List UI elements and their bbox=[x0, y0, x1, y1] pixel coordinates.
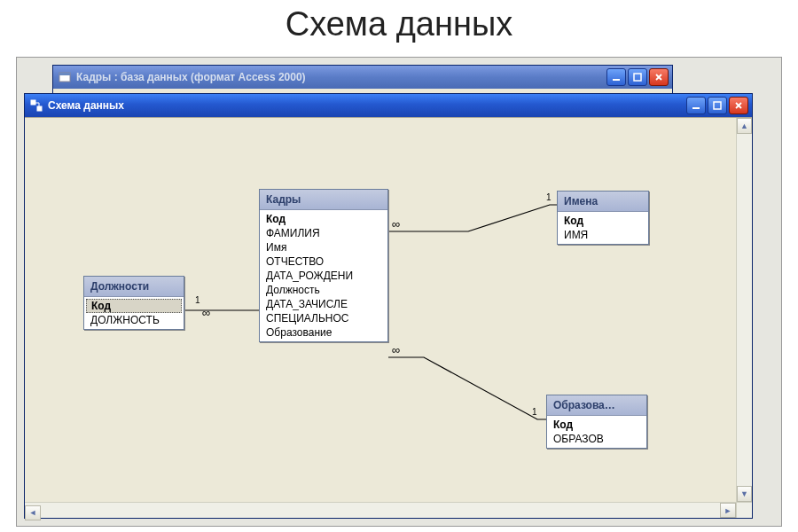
cardinality-label: 1 bbox=[546, 192, 552, 202]
table-fields: Код ОБРАЗОВ bbox=[547, 416, 646, 448]
titlebar-schema-text: Схема данных bbox=[48, 99, 686, 112]
svg-rect-3 bbox=[634, 74, 641, 81]
field[interactable]: СПЕЦИАЛЬНОС bbox=[260, 311, 387, 325]
field-pk[interactable]: Код bbox=[558, 214, 648, 228]
svg-rect-7 bbox=[714, 102, 721, 109]
field[interactable]: ДОЛЖНОСТЬ bbox=[84, 313, 184, 327]
svg-rect-6 bbox=[692, 107, 700, 109]
field[interactable]: Образование bbox=[260, 325, 387, 340]
field[interactable]: ИМЯ bbox=[558, 228, 648, 242]
cardinality-label: 1 bbox=[195, 295, 200, 305]
table-kadry[interactable]: Кадры Код ФАМИЛИЯ Имя ОТЧЕСТВО ДАТА_РОЖД… bbox=[259, 189, 388, 342]
scroll-up-button[interactable]: ▲ bbox=[737, 118, 752, 134]
cardinality-label: ∞ bbox=[392, 217, 400, 231]
titlebar-database[interactable]: Кадры : база данных (формат Access 2000) bbox=[53, 66, 672, 89]
table-fields: Код ИМЯ bbox=[558, 212, 648, 244]
field[interactable]: Имя bbox=[260, 240, 387, 254]
database-window-icon bbox=[59, 71, 71, 83]
table-header: Кадры bbox=[260, 190, 387, 210]
scroll-left-button[interactable]: ◄ bbox=[25, 505, 41, 520]
field-pk[interactable]: Код bbox=[547, 418, 646, 432]
table-fields: Код ДОЛЖНОСТЬ bbox=[84, 297, 184, 329]
table-dolzhnosti[interactable]: Должности Код ДОЛЖНОСТЬ bbox=[83, 276, 184, 330]
titlebar-schema[interactable]: Схема данных bbox=[25, 94, 752, 117]
scroll-right-button[interactable]: ► bbox=[720, 503, 736, 518]
field[interactable]: ОТЧЕСТВО bbox=[260, 254, 387, 269]
field[interactable]: ДАТА_РОЖДЕНИ bbox=[260, 269, 387, 283]
page-title: Схема данных bbox=[0, 5, 798, 43]
maximize-button[interactable] bbox=[708, 97, 727, 114]
titlebar-database-text: Кадры : база данных (формат Access 2000) bbox=[76, 71, 606, 83]
schema-window-icon bbox=[30, 99, 43, 112]
table-imena[interactable]: Имена Код ИМЯ bbox=[557, 191, 649, 245]
svg-rect-2 bbox=[613, 79, 620, 81]
table-header: Должности bbox=[84, 277, 184, 297]
minimize-button[interactable] bbox=[686, 97, 706, 114]
cardinality-label: ∞ bbox=[202, 306, 210, 319]
table-header: Имена bbox=[558, 192, 648, 212]
window-schema: Схема данных 1 ∞ bbox=[24, 93, 753, 519]
field-pk[interactable]: Код bbox=[86, 299, 182, 313]
field-pk[interactable]: Код bbox=[260, 212, 387, 226]
horizontal-scrollbar[interactable]: ◄ ► bbox=[25, 502, 736, 518]
field[interactable]: ФАМИЛИЯ bbox=[260, 226, 387, 240]
svg-rect-4 bbox=[31, 100, 35, 105]
maximize-button[interactable] bbox=[628, 68, 647, 86]
cardinality-label: 1 bbox=[532, 407, 537, 417]
scroll-down-button[interactable]: ▼ bbox=[737, 486, 752, 502]
vertical-scrollbar[interactable]: ▲ ▼ bbox=[736, 118, 752, 502]
field[interactable]: ДАТА_ЗАЧИСЛЕ bbox=[260, 297, 387, 311]
minimize-button[interactable] bbox=[606, 68, 626, 86]
table-obrazova[interactable]: Образова… Код ОБРАЗОВ bbox=[546, 395, 647, 449]
close-button[interactable] bbox=[649, 68, 669, 86]
table-fields: Код ФАМИЛИЯ Имя ОТЧЕСТВО ДАТА_РОЖДЕНИ До… bbox=[260, 210, 387, 341]
scrollbar-corner bbox=[736, 502, 752, 518]
close-button[interactable] bbox=[729, 97, 748, 114]
field[interactable]: Должность bbox=[260, 283, 387, 297]
screenshot-area: Кадры : база данных (формат Access 2000)… bbox=[16, 57, 782, 527]
table-header: Образова… bbox=[547, 395, 646, 416]
svg-rect-1 bbox=[59, 73, 70, 75]
svg-rect-5 bbox=[37, 106, 42, 111]
cardinality-label: ∞ bbox=[392, 343, 400, 356]
schema-canvas[interactable]: 1 ∞ ∞ 1 ∞ 1 Должности Код ДОЛЖНОСТЬ Кадр… bbox=[25, 118, 736, 502]
field[interactable]: ОБРАЗОВ bbox=[547, 432, 646, 446]
